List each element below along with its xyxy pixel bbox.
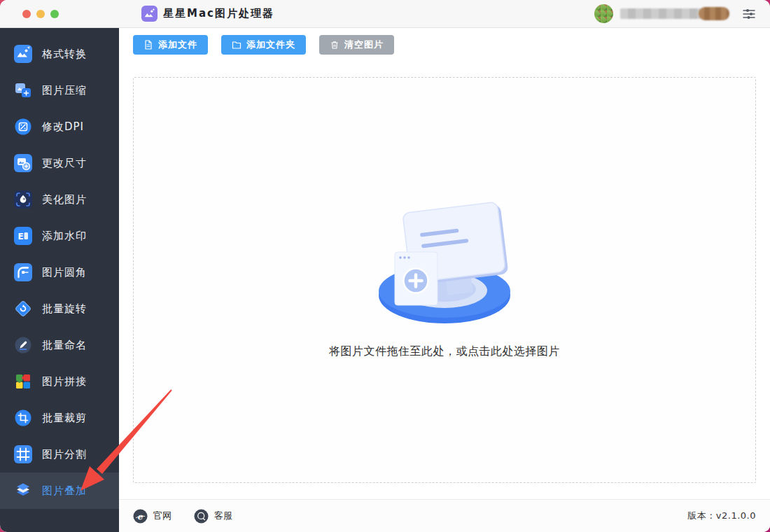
sidebar-item-format-convert[interactable]: 格式转换 [0, 36, 119, 72]
footer: e 官网 客服 版本：v2.1.0.0 [119, 499, 770, 532]
app-logo-icon [141, 6, 158, 22]
customer-service-label: 客服 [214, 510, 232, 522]
app-title: 星星Mac图片处理器 [163, 7, 274, 20]
sidebar-item-image-overlay[interactable]: 图片叠加 [0, 472, 119, 509]
beautify-icon [14, 190, 32, 209]
dropzone-illustration [374, 202, 515, 325]
overlay-icon [14, 482, 32, 500]
official-website-link[interactable]: e 官网 [133, 509, 172, 524]
sidebar-item-label: 添加水印 [42, 230, 87, 243]
watermark-icon: E [14, 227, 32, 245]
svg-text:E: E [18, 232, 24, 241]
sidebar-item-label: 图片圆角 [42, 266, 87, 279]
traffic-lights [22, 10, 59, 18]
sidebar-item-label: 图片分割 [42, 448, 87, 461]
sidebar-item-batch-rename[interactable]: 批量命名 [0, 327, 119, 363]
settings-sliders-icon[interactable] [741, 6, 757, 22]
dropzone-hint: 将图片文件拖住至此处，或点击此处选择图片 [329, 344, 560, 359]
sidebar-item-label: 美化图片 [42, 193, 87, 206]
main-panel: 添加文件 添加文件夹 清空图片 [119, 28, 770, 532]
sidebar-item-image-stitch[interactable]: 图片拼接 [0, 363, 119, 400]
batch-crop-icon [14, 409, 32, 427]
sidebar-item-label: 批量裁剪 [42, 412, 87, 425]
toolbar: 添加文件 添加文件夹 清空图片 [133, 35, 756, 55]
clear-images-button[interactable]: 清空图片 [319, 35, 394, 55]
sidebar-item-label: 批量命名 [42, 339, 87, 352]
add-folder-label: 添加文件夹 [246, 38, 295, 51]
compress-icon [14, 81, 32, 99]
clear-images-label: 清空图片 [344, 38, 384, 51]
sidebar-item-image-split[interactable]: 图片分割 [0, 436, 119, 472]
version-text: 版本：v2.1.0.0 [687, 510, 756, 522]
maximize-button[interactable] [50, 10, 59, 18]
minimize-button[interactable] [36, 10, 45, 18]
sidebar-item-modify-dpi[interactable]: 修改DPI [0, 108, 119, 145]
sidebar-item-label: 图片拼接 [42, 375, 87, 388]
dpi-icon [14, 118, 32, 136]
sidebar-item-rounded-corner[interactable]: 图片圆角 [0, 254, 119, 290]
titlebar-right [594, 4, 757, 23]
chat-icon [194, 509, 209, 524]
sidebar-item-label: 批量旋转 [42, 302, 87, 316]
format-convert-icon [14, 45, 32, 63]
user-avatar[interactable] [594, 4, 613, 23]
resize-icon [14, 154, 32, 172]
user-name-redacted [620, 8, 706, 19]
sidebar-item-label: 更改尺寸 [42, 157, 87, 170]
close-button[interactable] [22, 10, 31, 18]
rename-icon [14, 336, 32, 354]
app-identity: 星星Mac图片处理器 [141, 6, 274, 22]
app-window: 星星Mac图片处理器 格式转换图片压缩修改DPI更改尺寸美化图片E添加水印图片圆… [0, 0, 770, 532]
sidebar-item-batch-crop[interactable]: 批量裁剪 [0, 400, 119, 436]
stitch-icon [14, 372, 32, 391]
add-folder-button[interactable]: 添加文件夹 [221, 35, 306, 55]
rotate-icon [14, 300, 32, 318]
sidebar-item-resize[interactable]: 更改尺寸 [0, 145, 119, 181]
sidebar-item-label: 图片压缩 [42, 84, 87, 97]
sidebar-item-watermark[interactable]: E添加水印 [0, 218, 119, 254]
sidebar: 格式转换图片压缩修改DPI更改尺寸美化图片E添加水印图片圆角批量旋转批量命名图片… [0, 28, 119, 532]
folder-icon [232, 40, 241, 50]
trash-icon [330, 40, 340, 50]
sidebar-item-beautify[interactable]: 美化图片 [0, 181, 119, 218]
add-file-button[interactable]: 添加文件 [133, 35, 208, 55]
add-file-label: 添加文件 [158, 38, 197, 51]
customer-service-link[interactable]: 客服 [194, 509, 232, 524]
file-icon [144, 40, 153, 50]
sidebar-item-label: 格式转换 [42, 48, 87, 61]
dropzone[interactable]: 将图片文件拖住至此处，或点击此处选择图片 [133, 77, 756, 483]
sidebar-item-label: 修改DPI [42, 120, 84, 134]
split-icon [14, 445, 32, 463]
titlebar: 星星Mac图片处理器 [0, 0, 770, 28]
sidebar-item-image-compress[interactable]: 图片压缩 [0, 72, 119, 108]
sidebar-item-batch-rotate[interactable]: 批量旋转 [0, 290, 119, 327]
official-website-label: 官网 [153, 510, 172, 522]
globe-icon: e [133, 509, 148, 524]
rounded-corner-icon [14, 263, 32, 281]
sidebar-item-label: 图片叠加 [42, 484, 87, 498]
